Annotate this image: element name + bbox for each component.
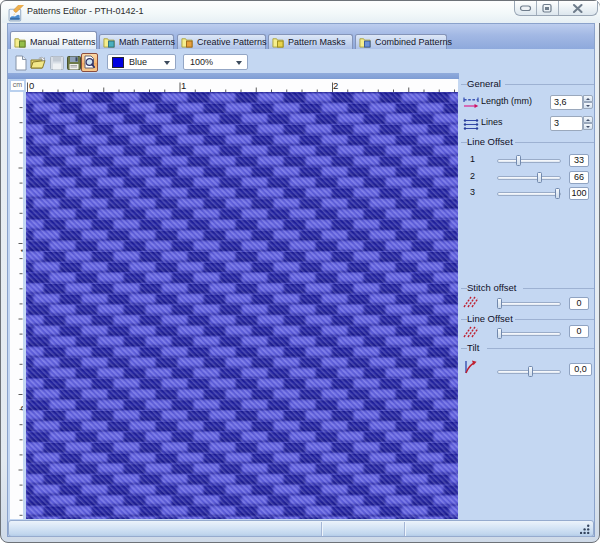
svg-text:2: 2 <box>333 80 338 91</box>
svg-text:0: 0 <box>29 80 34 91</box>
svg-text:2: 2 <box>18 406 24 411</box>
svg-text:1: 1 <box>181 80 186 91</box>
svg-text:1: 1 <box>18 248 24 253</box>
